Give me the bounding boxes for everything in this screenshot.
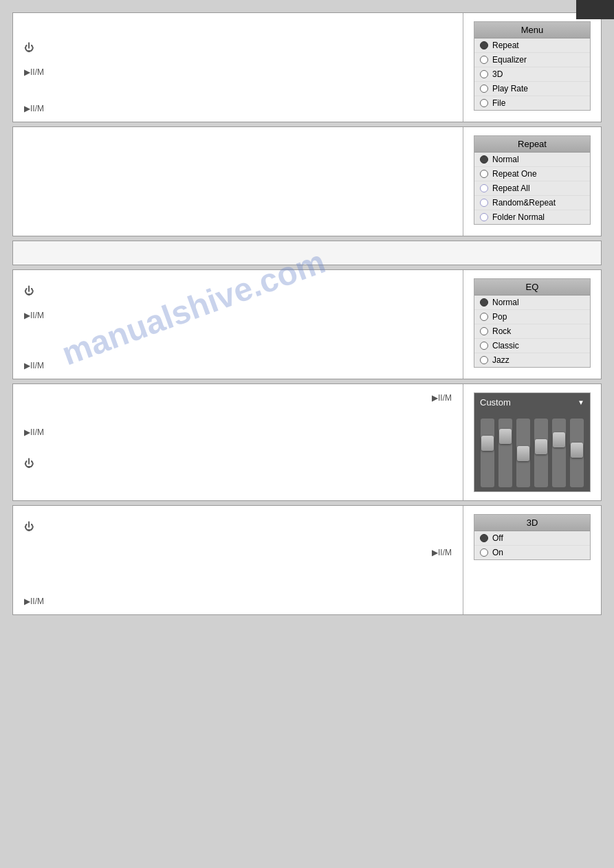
eq-panel: EQ Normal Pop Rock Classic: [474, 278, 591, 368]
eq-thumb-6[interactable]: [571, 443, 583, 458]
power-icon-custom: ⏻: [24, 458, 452, 469]
3d-item-off[interactable]: Off: [474, 531, 590, 546]
menu-panel: Menu Repeat Equalizer 3D Play Rate: [474, 21, 591, 111]
play-icon-row-1b: ▶II/M: [24, 103, 44, 113]
menu-item-equalizer-label: Equalizer: [492, 55, 527, 65]
repeat-item-folder-label: Folder Normal: [492, 212, 545, 222]
top-bar: [576, 0, 614, 19]
play-label-1b: ▶II/M: [24, 104, 44, 113]
eq-item-classic[interactable]: Classic: [474, 339, 590, 353]
eq-item-jazz[interactable]: Jazz: [474, 353, 590, 367]
eq-custom-panel: Custom ▼: [474, 392, 591, 492]
play-icon-row-eq: ▶II/M: [24, 310, 452, 320]
3d-section-right: 3D Off On: [463, 506, 601, 614]
eq-slider-6[interactable]: [570, 419, 584, 487]
radio-normal-repeat: [480, 155, 488, 164]
eq-item-rock[interactable]: Rock: [474, 324, 590, 339]
eq-slider-3[interactable]: [516, 419, 530, 487]
repeat-section: Repeat Normal Repeat One Repeat All Rand…: [12, 126, 602, 236]
play-label-3d: ▶II/M: [432, 548, 452, 557]
eq-panel-header: EQ: [474, 279, 590, 296]
play-icon-custom-top: ▶II/M: [432, 392, 452, 403]
eq-item-pop[interactable]: Pop: [474, 310, 590, 324]
eq-thumb-5[interactable]: [553, 432, 565, 447]
menu-item-repeat-label: Repeat: [492, 41, 519, 50]
eq-thumb-2[interactable]: [499, 429, 512, 444]
3d-section-left: ⏻ ▶II/M ▶II/M: [13, 506, 463, 614]
eq-thumb-4[interactable]: [535, 439, 547, 454]
play-label-eq2: ▶II/M: [24, 361, 44, 370]
radio-3d: [480, 70, 488, 78]
repeat-item-folder[interactable]: Folder Normal: [474, 210, 590, 224]
menu-item-file-label: File: [492, 98, 505, 108]
3d-item-on-label: On: [492, 548, 503, 557]
play-label-custom-top: ▶II/M: [432, 393, 452, 403]
radio-3d-off: [480, 534, 488, 542]
eq-item-rock-label: Rock: [492, 326, 511, 336]
menu-item-3d[interactable]: 3D: [474, 67, 590, 82]
radio-3d-on: [480, 548, 488, 557]
eq-slider-1[interactable]: [481, 419, 494, 487]
eq-slider-4[interactable]: [534, 419, 548, 487]
menu-item-file[interactable]: File: [474, 96, 590, 110]
radio-eq-rock: [480, 327, 488, 335]
eq-thumb-1[interactable]: [481, 436, 494, 451]
repeat-item-all[interactable]: Repeat All: [474, 181, 590, 196]
menu-panel-header: Menu: [474, 22, 590, 38]
repeat-panel-header: Repeat: [474, 136, 590, 153]
play-icon-row-1: ▶II/M: [24, 67, 452, 77]
eq-item-normal[interactable]: Normal: [474, 296, 590, 310]
menu-item-repeat[interactable]: Repeat: [474, 38, 590, 53]
radio-repeat-one: [480, 170, 488, 178]
radio-repeat-all: [480, 184, 488, 192]
play-label-3d2: ▶II/M: [24, 597, 44, 606]
eq-slider-2[interactable]: [498, 419, 512, 487]
play-icon-row-3d: ▶II/M: [432, 547, 452, 557]
radio-eq-classic: [480, 342, 488, 350]
repeat-item-normal-label: Normal: [492, 155, 519, 164]
play-icon-row-eq2: ▶II/M: [24, 360, 44, 370]
custom-section: ▶II/M ▶II/M ⏻ Custom ▼: [12, 383, 602, 501]
main-container: manualshive.com ⏻ ▶II/M ▶II/M Menu Repea…: [7, 7, 607, 625]
power-icon-row-3d: ⏻: [24, 521, 452, 532]
radio-random-repeat: [480, 199, 488, 207]
menu-item-playrate-label: Play Rate: [492, 84, 528, 93]
play-label-eq: ▶II/M: [24, 311, 44, 320]
repeat-item-normal[interactable]: Normal: [474, 153, 590, 167]
power-icon-eq: ⏻: [24, 285, 34, 296]
3d-panel: 3D Off On: [474, 514, 591, 560]
custom-section-right: Custom ▼: [463, 384, 601, 500]
thin-separator: [12, 241, 602, 265]
eq-slider-5[interactable]: [552, 419, 566, 487]
power-icon-row-eq: ⏻: [24, 285, 452, 296]
repeat-item-one-label: Repeat One: [492, 169, 537, 179]
eq-item-classic-label: Classic: [492, 341, 519, 350]
eq-thumb-3[interactable]: [517, 446, 529, 461]
menu-item-equalizer[interactable]: Equalizer: [474, 53, 590, 67]
power-icon-custom: ⏻: [24, 458, 34, 469]
radio-folder-normal: [480, 213, 488, 221]
repeat-item-random-label: Random&Repeat: [492, 198, 556, 208]
radio-equalizer: [480, 56, 488, 64]
radio-playrate: [480, 85, 488, 93]
radio-repeat: [480, 41, 488, 49]
menu-section-right: Menu Repeat Equalizer 3D Play Rate: [463, 13, 601, 122]
3d-item-on[interactable]: On: [474, 546, 590, 559]
radio-eq-pop: [480, 313, 488, 321]
repeat-section-left: [13, 127, 463, 236]
eq-custom-header: Custom ▼: [480, 397, 584, 408]
power-icon-row-1: ⏻: [24, 42, 452, 53]
play-icon-custom-mid: ▶II/M: [24, 427, 452, 437]
menu-item-playrate[interactable]: Play Rate: [474, 82, 590, 96]
repeat-item-all-label: Repeat All: [492, 183, 530, 193]
3d-panel-header: 3D: [474, 515, 590, 531]
radio-eq-jazz: [480, 356, 488, 364]
repeat-item-one[interactable]: Repeat One: [474, 167, 590, 181]
menu-item-3d-label: 3D: [492, 69, 503, 79]
power-icon-3d: ⏻: [24, 521, 34, 532]
power-icon-1: ⏻: [24, 42, 34, 53]
eq-item-pop-label: Pop: [492, 312, 507, 322]
eq-item-normal-label: Normal: [492, 298, 519, 307]
repeat-item-random[interactable]: Random&Repeat: [474, 196, 590, 210]
eq-custom-dropdown-icon[interactable]: ▼: [578, 399, 584, 406]
